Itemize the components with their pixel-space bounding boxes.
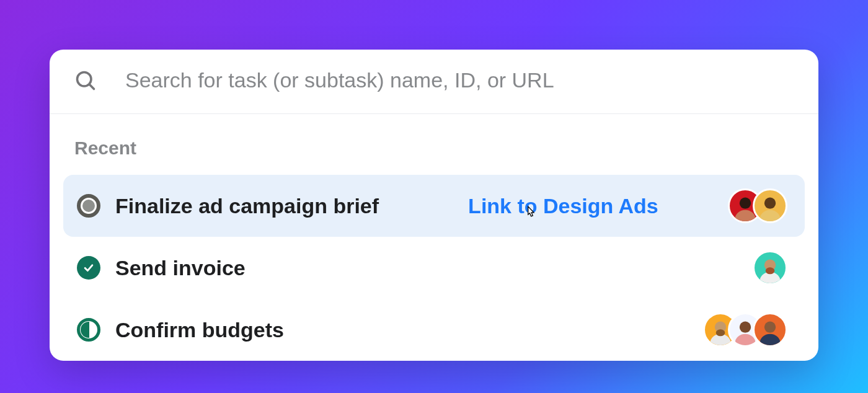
svg-point-10	[760, 334, 781, 345]
avatar	[753, 188, 787, 223]
search-input[interactable]	[125, 68, 794, 92]
svg-point-9	[764, 322, 776, 333]
section-title: Recent	[63, 138, 805, 159]
assignee-avatars	[738, 188, 791, 223]
task-name: Finalize ad campaign brief	[115, 194, 379, 218]
svg-point-3	[760, 210, 781, 221]
link-action[interactable]: Link to Design Ads	[468, 194, 658, 218]
assignee-avatars	[713, 312, 791, 347]
svg-line-1	[89, 84, 94, 89]
status-partial-icon	[77, 318, 100, 342]
svg-point-4	[740, 198, 751, 209]
task-row[interactable]: Send invoice	[63, 237, 805, 299]
task-name: Confirm budgets	[115, 318, 284, 342]
assignee-avatars	[763, 250, 791, 285]
recent-section: Recent Finalize ad campaign brief Link t…	[50, 114, 818, 361]
avatar	[753, 312, 787, 347]
svg-point-5	[735, 210, 756, 221]
svg-point-12	[735, 334, 756, 345]
status-todo-icon	[77, 194, 100, 218]
svg-point-15	[716, 329, 725, 336]
search-panel: Recent Finalize ad campaign brief Link t…	[50, 50, 818, 361]
svg-point-2	[764, 198, 776, 209]
svg-point-8	[766, 267, 775, 274]
svg-point-11	[740, 322, 751, 333]
search-icon	[74, 69, 97, 92]
avatar	[753, 250, 787, 285]
status-done-icon	[77, 256, 100, 280]
task-name: Send invoice	[115, 256, 246, 280]
task-row[interactable]: Finalize ad campaign brief Link to Desig…	[63, 175, 805, 237]
task-row[interactable]: Confirm budgets	[63, 299, 805, 361]
search-row	[50, 50, 818, 114]
